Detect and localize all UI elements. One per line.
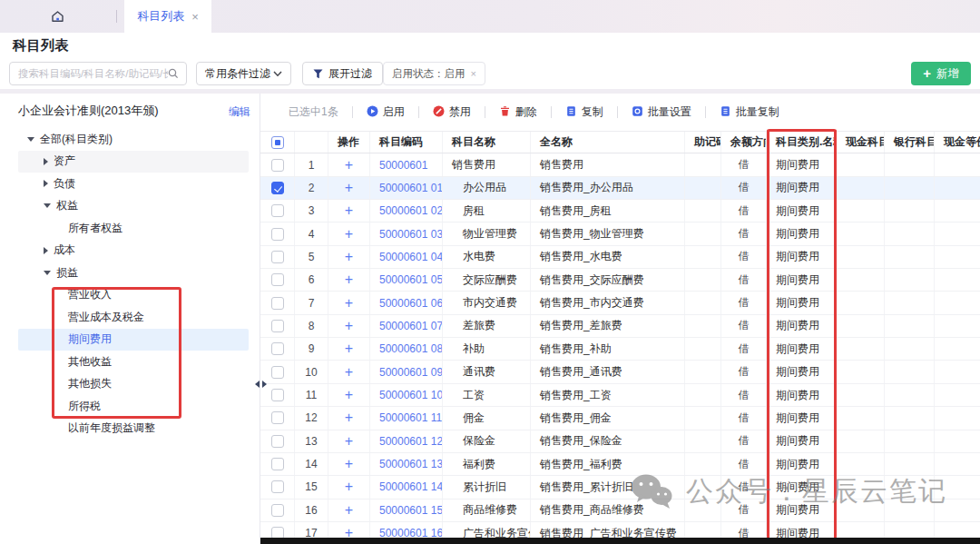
tree-item-1[interactable]: 资产 bbox=[18, 151, 249, 173]
full-name-cell: 销售费用_市内交通费 bbox=[531, 292, 685, 313]
add-child-icon[interactable]: + bbox=[345, 272, 353, 287]
add-button[interactable]: + 新增 bbox=[911, 62, 971, 85]
cash-equivalent-cell bbox=[935, 246, 980, 268]
toolbar-button-复制[interactable]: 复制 bbox=[565, 104, 603, 120]
row-checkbox[interactable] bbox=[271, 435, 284, 448]
subject-code-link[interactable]: 50000601 07 bbox=[370, 315, 443, 337]
tree-item-0[interactable]: 全部(科目类别) bbox=[18, 128, 249, 151]
edit-link[interactable]: 编辑 bbox=[229, 104, 250, 120]
row-checkbox[interactable] bbox=[271, 480, 284, 493]
toolbar-button-批量复制[interactable]: 批量复制 bbox=[720, 104, 779, 120]
home-button[interactable] bbox=[47, 7, 67, 25]
row-checkbox[interactable] bbox=[271, 228, 284, 241]
search-input[interactable] bbox=[18, 68, 168, 79]
add-child-icon[interactable]: + bbox=[345, 434, 353, 449]
collapse-arrow-icon[interactable] bbox=[27, 137, 34, 142]
row-action-cell: + bbox=[328, 430, 370, 452]
tab-close-icon[interactable]: × bbox=[191, 11, 199, 23]
tree-item-9[interactable]: 期间费用 bbox=[18, 329, 249, 351]
add-child-icon[interactable]: + bbox=[345, 341, 353, 356]
subject-code-link[interactable]: 50000601 bbox=[370, 153, 443, 175]
search-box[interactable] bbox=[9, 62, 187, 85]
row-checkbox[interactable] bbox=[271, 342, 284, 355]
tree-item-11[interactable]: 其他损失 bbox=[18, 373, 249, 396]
subject-code-link[interactable]: 50000601 06 bbox=[370, 292, 443, 313]
tree-item-3[interactable]: 权益 bbox=[18, 195, 249, 218]
add-child-icon[interactable]: + bbox=[345, 296, 353, 311]
add-child-icon[interactable]: + bbox=[345, 181, 353, 195]
subject-code-link[interactable]: 50000601 11 bbox=[370, 407, 443, 429]
toolbar-button-禁用[interactable]: 禁用 bbox=[433, 104, 471, 120]
add-child-icon[interactable]: + bbox=[345, 410, 353, 425]
mnemonic-cell bbox=[685, 153, 721, 175]
cash-subject-cell bbox=[837, 315, 885, 337]
row-checkbox[interactable] bbox=[271, 366, 284, 379]
tag-close-icon[interactable]: × bbox=[471, 68, 476, 79]
row-checkbox[interactable] bbox=[271, 297, 284, 310]
enable-icon bbox=[367, 105, 378, 120]
collapse-arrow-icon[interactable] bbox=[44, 203, 51, 208]
tree-item-6[interactable]: 损益 bbox=[18, 262, 249, 284]
subject-code-link[interactable]: 50000601 13 bbox=[370, 453, 443, 475]
add-child-icon[interactable]: + bbox=[345, 480, 353, 494]
add-child-icon[interactable]: + bbox=[345, 319, 353, 333]
add-child-icon[interactable]: + bbox=[345, 227, 353, 242]
expand-arrow-icon[interactable] bbox=[44, 247, 48, 254]
expand-arrow-icon[interactable] bbox=[44, 158, 48, 165]
toolbar-button-启用[interactable]: 启用 bbox=[367, 104, 405, 120]
select-all-checkbox[interactable] bbox=[271, 136, 284, 149]
condition-filter-dropdown[interactable]: 常用条件过滤 bbox=[196, 62, 291, 85]
subject-code-link[interactable]: 50000601 04 bbox=[370, 246, 443, 268]
add-child-icon[interactable]: + bbox=[345, 158, 353, 173]
tab-subject-list[interactable]: 科目列表 × bbox=[124, 0, 211, 33]
subject-code-link[interactable]: 50000601 12 bbox=[370, 430, 443, 452]
subject-code-link[interactable]: 50000601 09 bbox=[370, 361, 443, 382]
mnemonic-cell bbox=[685, 499, 721, 521]
subject-code-link[interactable]: 50000601 14 bbox=[370, 476, 443, 498]
add-child-icon[interactable]: + bbox=[345, 250, 353, 264]
toolbar-button-批量设置[interactable]: 批量设置 bbox=[632, 104, 691, 120]
toolbar-button-删除[interactable]: 删除 bbox=[499, 104, 537, 120]
tree-item-13[interactable]: 以前年度损益调整 bbox=[18, 418, 249, 440]
row-checkbox[interactable] bbox=[271, 389, 284, 401]
subject-code-link[interactable]: 50000601 02 bbox=[370, 200, 443, 222]
tree-item-10[interactable]: 其他收益 bbox=[18, 351, 249, 373]
tree-item-12[interactable]: 所得税 bbox=[18, 395, 249, 418]
add-child-icon[interactable]: + bbox=[345, 365, 353, 380]
row-checkbox[interactable] bbox=[271, 159, 284, 172]
tree-item-7[interactable]: 营业收入 bbox=[18, 284, 249, 307]
collapse-arrow-icon[interactable] bbox=[44, 271, 51, 275]
row-number: 6 bbox=[295, 269, 328, 291]
subject-code-link[interactable]: 50000601 03 bbox=[370, 223, 443, 244]
tree-item-4[interactable]: 所有者权益 bbox=[18, 217, 249, 240]
row-checkbox[interactable] bbox=[271, 320, 284, 332]
expand-filter-button[interactable]: 展开过滤 bbox=[302, 62, 383, 85]
add-child-icon[interactable]: + bbox=[345, 503, 353, 518]
add-child-icon[interactable]: + bbox=[345, 203, 353, 218]
category-cell: 期间费用 bbox=[767, 338, 837, 360]
tree-item-2[interactable]: 负债 bbox=[18, 173, 249, 195]
row-checkbox[interactable] bbox=[271, 411, 284, 424]
panel-collapse-handle[interactable] bbox=[250, 379, 270, 390]
row-checkbox[interactable] bbox=[271, 182, 284, 194]
subject-code-link[interactable]: 50000601 08 bbox=[370, 338, 443, 360]
add-child-icon[interactable]: + bbox=[345, 388, 353, 402]
subject-code-link[interactable]: 50000601 15 bbox=[370, 499, 443, 521]
add-child-icon[interactable]: + bbox=[345, 457, 353, 471]
expand-arrow-icon[interactable] bbox=[44, 180, 48, 187]
row-select-cell bbox=[260, 315, 295, 337]
row-checkbox[interactable] bbox=[271, 273, 284, 286]
cash-subject-cell bbox=[837, 430, 885, 452]
subject-code-link[interactable]: 50000601 05 bbox=[370, 269, 443, 291]
subject-code-link[interactable]: 50000601 01 bbox=[370, 177, 443, 199]
tree-item-8[interactable]: 营业成本及税金 bbox=[18, 306, 249, 329]
horizontal-scrollbar[interactable] bbox=[260, 538, 980, 544]
tree-item-5[interactable]: 成本 bbox=[18, 240, 249, 262]
subject-code-link[interactable]: 50000601 10 bbox=[370, 384, 443, 406]
row-checkbox[interactable] bbox=[271, 204, 284, 217]
row-checkbox[interactable] bbox=[271, 458, 284, 470]
row-checkbox[interactable] bbox=[271, 504, 284, 517]
row-checkbox[interactable] bbox=[271, 251, 284, 263]
tree-item-label: 营业收入 bbox=[68, 287, 112, 302]
page-header: 科目列表 bbox=[0, 33, 980, 58]
